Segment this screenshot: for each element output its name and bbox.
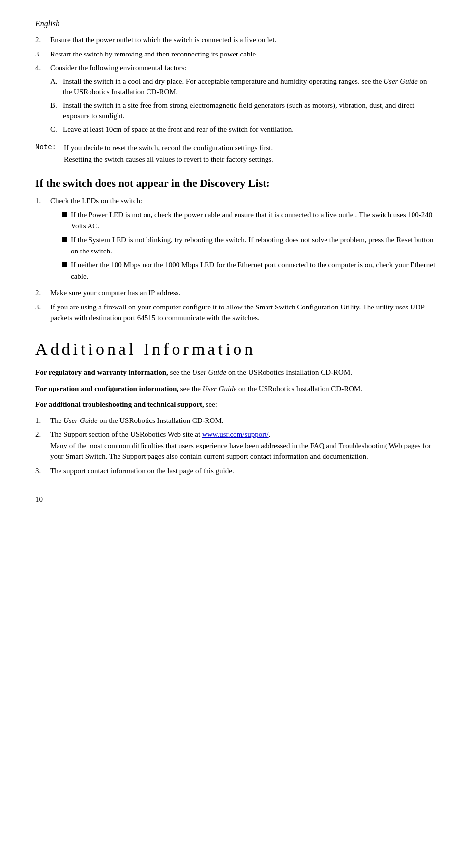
alpha-label: B. bbox=[50, 100, 60, 122]
alpha-label: C. bbox=[50, 124, 60, 135]
sub-text: Install the switch in a cool and dry pla… bbox=[63, 76, 437, 98]
page-number: 10 bbox=[35, 494, 437, 505]
bullet-list: If the Power LED is not on, check the po… bbox=[62, 209, 437, 281]
sub-text: Install the switch in a site free from s… bbox=[63, 100, 437, 122]
item-number: 1. bbox=[35, 415, 47, 426]
note-text: If you decide to reset the switch, recor… bbox=[64, 142, 437, 165]
para-rest: see: bbox=[204, 400, 217, 408]
bullet-icon bbox=[62, 212, 67, 217]
additional-info-heading: Additional Information bbox=[35, 339, 437, 360]
para-troubleshooting: For additional troubleshooting and techn… bbox=[35, 399, 437, 410]
note-block: Note: If you decide to reset the switch,… bbox=[35, 142, 437, 165]
discovery-list: 1. Check the LEDs on the switch: If the … bbox=[35, 196, 437, 324]
support-after-link: Many of the most common difficulties tha… bbox=[50, 442, 431, 461]
item-number: 1. bbox=[35, 196, 47, 285]
para-operation: For operation and configuration informat… bbox=[35, 383, 437, 394]
item-number: 2. bbox=[35, 287, 47, 299]
sub-list-alpha: A. Install the switch in a cool and dry … bbox=[50, 76, 437, 135]
note-label: Note: bbox=[35, 142, 61, 165]
item-text: The User Guide on the USRobotics Install… bbox=[50, 415, 437, 426]
item-number: 3. bbox=[35, 49, 47, 60]
item-text: The support contact information on the l… bbox=[50, 465, 437, 476]
item-number: 3. bbox=[35, 465, 47, 476]
para-rest: see the User Guide on the USRobotics Ins… bbox=[178, 385, 362, 392]
bullet-item-2: If the System LED is not blinking, try r… bbox=[62, 234, 437, 256]
discovery-item-1: 1. Check the LEDs on the switch: If the … bbox=[35, 196, 437, 285]
bullet-item-3: If neither the 100 Mbps nor the 1000 Mbp… bbox=[62, 259, 437, 281]
italic-text: User Guide bbox=[384, 77, 418, 85]
sub-item-b: B. Install the switch in a site free fro… bbox=[50, 100, 437, 122]
intro-list: 2. Ensure that the power outlet to which… bbox=[35, 34, 437, 137]
bold-part: For regulatory and warranty information, bbox=[35, 368, 168, 376]
support-list: 1. The User Guide on the USRobotics Inst… bbox=[35, 415, 437, 476]
bullet-text: If the System LED is not blinking, try r… bbox=[71, 234, 437, 256]
item-text: Consider the following environmental fac… bbox=[50, 62, 437, 137]
discovery-item-2: 2. Make sure your computer has an IP add… bbox=[35, 287, 437, 299]
bullet-text: If the Power LED is not on, check the po… bbox=[71, 209, 437, 231]
support-text: The Support section of the USRobotics We… bbox=[50, 430, 202, 438]
sub-item-a: A. Install the switch in a cool and dry … bbox=[50, 76, 437, 98]
item-text: The Support section of the USRobotics We… bbox=[50, 429, 437, 462]
item-text: Ensure that the power outlet to which th… bbox=[50, 34, 437, 46]
item-number: 4. bbox=[35, 62, 47, 137]
language-label: English bbox=[35, 18, 437, 29]
italic-user-guide: User Guide bbox=[192, 368, 227, 376]
bullet-item-1: If the Power LED is not on, check the po… bbox=[62, 209, 437, 231]
alpha-label: A. bbox=[50, 76, 60, 98]
list-item-4: 4. Consider the following environmental … bbox=[35, 62, 437, 137]
item-text: If you are using a firewall on your comp… bbox=[50, 302, 437, 324]
bullet-icon bbox=[62, 262, 67, 267]
sub-text: Leave at least 10cm of space at the fron… bbox=[63, 124, 437, 135]
sub-item-c: C. Leave at least 10cm of space at the f… bbox=[50, 124, 437, 135]
item-number: 2. bbox=[35, 429, 47, 462]
support-item-3: 3. The support contact information on th… bbox=[35, 465, 437, 476]
para-rest: see the User Guide on the USRobotics Ins… bbox=[168, 368, 352, 376]
bullet-text: If neither the 100 Mbps nor the 1000 Mbp… bbox=[71, 259, 437, 281]
support-item-2: 2. The Support section of the USRobotics… bbox=[35, 429, 437, 462]
list-item-2: 2. Ensure that the power outlet to which… bbox=[35, 34, 437, 46]
support-link[interactable]: www.usr.com/support/ bbox=[202, 430, 269, 438]
bold-part: For operation and configuration informat… bbox=[35, 385, 178, 392]
item-text: Restart the switch by removing and then … bbox=[50, 49, 437, 60]
italic-user-guide: User Guide bbox=[203, 385, 237, 392]
bullet-icon bbox=[62, 237, 67, 242]
item-number: 3. bbox=[35, 302, 47, 324]
italic-user-guide: User Guide bbox=[63, 417, 98, 424]
item-text: Check the LEDs on the switch: If the Pow… bbox=[50, 196, 437, 285]
para-regulatory: For regulatory and warranty information,… bbox=[35, 367, 437, 378]
page-container: English 2. Ensure that the power outlet … bbox=[0, 0, 472, 529]
list-item-3: 3. Restart the switch by removing and th… bbox=[35, 49, 437, 60]
support-item-1: 1. The User Guide on the USRobotics Inst… bbox=[35, 415, 437, 426]
discovery-item-3: 3. If you are using a firewall on your c… bbox=[35, 302, 437, 324]
item-text: Make sure your computer has an IP addres… bbox=[50, 287, 437, 299]
discovery-heading: If the switch does not appear in the Dis… bbox=[35, 176, 437, 191]
item-number: 2. bbox=[35, 34, 47, 46]
bold-part: For additional troubleshooting and techn… bbox=[35, 400, 204, 408]
